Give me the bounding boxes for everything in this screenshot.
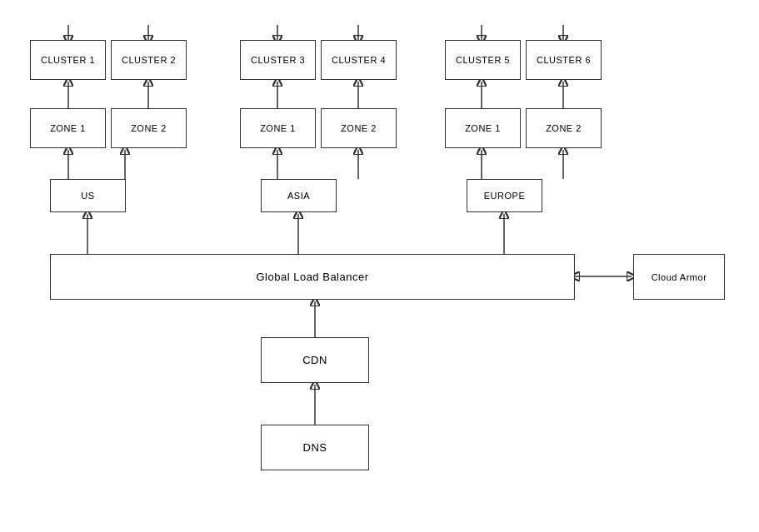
zone1-asia-box: ZONE 1 — [240, 108, 316, 148]
cluster3-box: CLUSTER 3 — [240, 40, 316, 80]
cluster1-box: CLUSTER 1 — [30, 40, 106, 80]
zone1-us-box: ZONE 1 — [30, 108, 106, 148]
us-box: US — [50, 179, 126, 212]
zone2-us-box: ZONE 2 — [111, 108, 187, 148]
zone2-asia-box: ZONE 2 — [321, 108, 397, 148]
cdn-box: CDN — [261, 337, 369, 383]
dns-box: DNS — [261, 425, 369, 470]
asia-box: ASIA — [261, 179, 337, 212]
cluster4-box: CLUSTER 4 — [321, 40, 397, 80]
europe-box: EUROPE — [467, 179, 542, 212]
cloud-armor-box: Cloud Armor — [633, 254, 725, 300]
zone1-eu-box: ZONE 1 — [445, 108, 521, 148]
zone2-eu-box: ZONE 2 — [526, 108, 602, 148]
cluster5-box: CLUSTER 5 — [445, 40, 521, 80]
glb-box: Global Load Balancer — [50, 254, 575, 300]
cluster6-box: CLUSTER 6 — [526, 40, 602, 80]
cluster2-box: CLUSTER 2 — [111, 40, 187, 80]
diagram: CLUSTER 1 CLUSTER 2 CLUSTER 3 CLUSTER 4 … — [0, 0, 759, 532]
